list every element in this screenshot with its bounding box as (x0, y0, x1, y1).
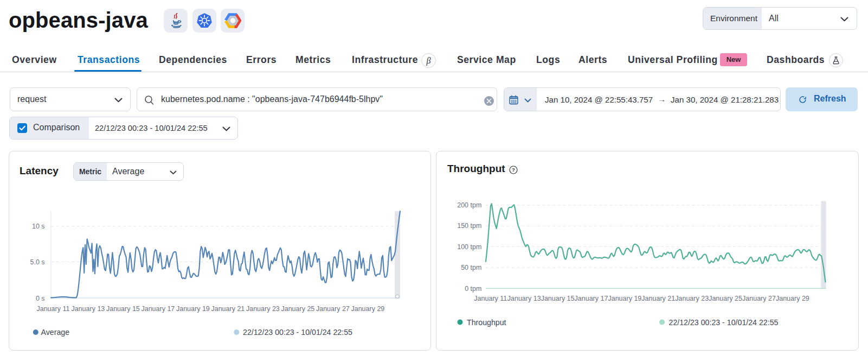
svg-text:January 27: January 27 (316, 305, 350, 313)
svg-text:January 25: January 25 (281, 305, 314, 313)
svg-text:January 17: January 17 (141, 305, 175, 313)
svg-text:January 29: January 29 (351, 305, 384, 313)
svg-text:January 23: January 23 (675, 295, 709, 302)
svg-text:Throughput: Throughput (467, 318, 506, 327)
svg-text:January 21: January 21 (641, 295, 675, 302)
svg-text:January 13: January 13 (71, 305, 105, 313)
svg-text:100 tpm: 100 tpm (457, 243, 481, 251)
svg-text:January 11: January 11 (474, 295, 507, 302)
svg-text:January 27: January 27 (742, 295, 776, 302)
svg-text:50 tpm: 50 tpm (461, 264, 481, 271)
svg-text:January 15: January 15 (106, 305, 140, 313)
svg-text:0 s: 0 s (36, 295, 45, 302)
svg-text:150 tpm: 150 tpm (457, 222, 481, 230)
svg-text:January 11: January 11 (36, 305, 69, 313)
svg-text:22/12/23 00:23 - 10/01/24 22:5: 22/12/23 00:23 - 10/01/24 22:55 (669, 318, 779, 327)
svg-text:January 19: January 19 (608, 295, 641, 302)
svg-text:January 23: January 23 (246, 305, 280, 313)
svg-text:January 17: January 17 (575, 295, 608, 302)
svg-text:200 tpm: 200 tpm (457, 201, 481, 209)
svg-text:10 s: 10 s (32, 223, 45, 230)
svg-text:5.0 s: 5.0 s (30, 258, 44, 266)
svg-text:January 13: January 13 (507, 295, 541, 302)
svg-text:22/12/23 00:23 - 10/01/24 22:5: 22/12/23 00:23 - 10/01/24 22:55 (243, 328, 352, 337)
svg-text:January 15: January 15 (541, 295, 575, 302)
svg-text:January 19: January 19 (176, 305, 210, 313)
svg-text:0 tpm: 0 tpm (465, 285, 481, 293)
svg-text:January 25: January 25 (709, 295, 742, 302)
svg-text:January 21: January 21 (211, 305, 245, 313)
svg-text:January 29: January 29 (776, 295, 809, 302)
svg-text:Average: Average (41, 328, 70, 337)
